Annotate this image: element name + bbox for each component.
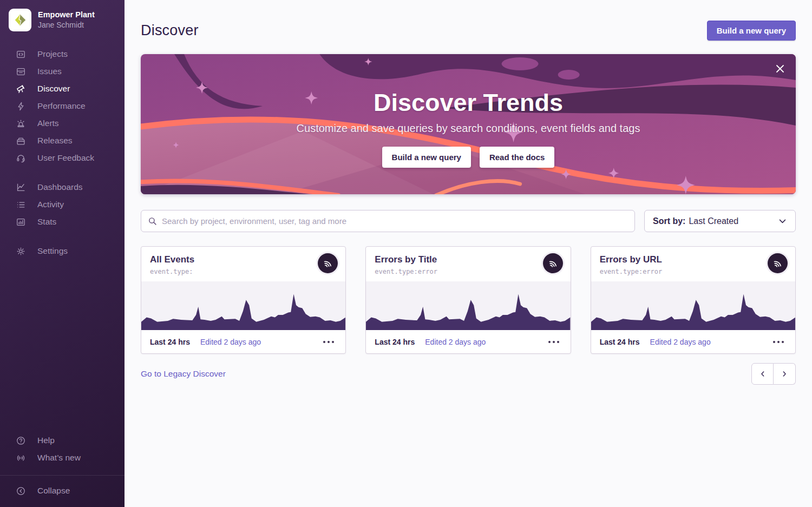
sidebar-item-label: Settings xyxy=(37,246,68,256)
sidebar-collapse-button[interactable]: Collapse xyxy=(0,482,125,499)
issues-icon xyxy=(15,66,26,77)
sidebar-item-label: Stats xyxy=(37,217,56,227)
sidebar-item-discover[interactable]: Discover xyxy=(0,80,125,97)
user-name: Jane Schmidt xyxy=(38,20,95,30)
sidebar-item-label: Discover xyxy=(37,84,70,94)
card-query: event.type: xyxy=(150,268,337,275)
close-icon xyxy=(775,63,785,74)
org-switcher[interactable]: Empower Plant Jane Schmidt xyxy=(0,9,125,31)
releases-icon xyxy=(15,135,26,146)
sidebar-item-settings[interactable]: Settings xyxy=(0,242,125,260)
sidebar-item-projects[interactable]: Projects xyxy=(0,45,125,63)
sidebar-item-dashboards[interactable]: Dashboards xyxy=(0,179,125,196)
alerts-icon xyxy=(15,118,26,129)
org-avatar xyxy=(9,9,31,31)
card-edited: Edited 2 days ago xyxy=(425,338,486,346)
sidebar-item-help[interactable]: Help xyxy=(0,432,125,449)
card-title: All Events xyxy=(150,254,337,265)
empower-plant-logo-icon xyxy=(13,13,27,27)
card-timeframe: Last 24 hrs xyxy=(375,338,415,346)
card-query: event.type:error xyxy=(600,268,787,275)
sidebar-item-label: Dashboards xyxy=(37,182,83,192)
ellipsis-icon xyxy=(772,340,784,344)
query-card-all-events[interactable]: All Events event.type: Last 24 hrs xyxy=(141,246,346,354)
discover-icon xyxy=(15,83,26,94)
discover-trends-banner: Discover Trends Customize and save queri… xyxy=(141,54,796,194)
collapse-chevron-icon xyxy=(15,485,26,496)
chevron-right-icon xyxy=(780,370,789,378)
page-title: Discover xyxy=(141,22,199,39)
sidebar-item-label: Projects xyxy=(37,49,68,59)
pagination xyxy=(751,363,796,385)
pagination-next-button[interactable] xyxy=(774,363,796,385)
sidebar-item-performance[interactable]: Performance xyxy=(0,97,125,115)
banner-build-query-button[interactable]: Build a new query xyxy=(382,147,471,168)
broadcast-icon xyxy=(15,452,26,463)
build-new-query-button[interactable]: Build a new query xyxy=(707,21,796,41)
sidebar-item-label: User Feedback xyxy=(37,153,94,163)
sidebar-item-label: Alerts xyxy=(37,118,59,128)
chevron-left-icon xyxy=(758,370,767,378)
sidebar-item-issues[interactable]: Issues xyxy=(0,63,125,80)
user-feedback-icon xyxy=(15,153,26,163)
banner-subtitle: Customize and save queries by search con… xyxy=(297,122,640,135)
card-title: Errors by Title xyxy=(375,254,561,265)
search-box xyxy=(141,210,635,232)
stats-icon xyxy=(15,216,26,227)
search-input[interactable] xyxy=(141,210,635,232)
sparkline-chart xyxy=(591,281,795,330)
creator-avatar xyxy=(768,253,788,273)
sidebar: Empower Plant Jane Schmidt Projects Issu… xyxy=(0,0,125,507)
activity-icon xyxy=(15,199,26,210)
sidebar-item-label: Help xyxy=(37,436,55,445)
chevron-down-icon xyxy=(778,216,787,226)
sidebar-item-stats[interactable]: Stats xyxy=(0,213,125,231)
sidebar-secondary-nav: Dashboards Activity Stats xyxy=(0,179,125,231)
sentry-logo-icon xyxy=(547,258,559,269)
card-query: event.type:error xyxy=(375,268,561,275)
banner-close-button[interactable] xyxy=(772,61,788,77)
card-title: Errors by URL xyxy=(600,254,787,265)
org-name: Empower Plant xyxy=(38,10,95,21)
sentry-logo-icon xyxy=(322,258,333,269)
search-icon xyxy=(148,216,157,226)
sparkline-chart xyxy=(141,281,345,330)
sidebar-item-whats-new[interactable]: What’s new xyxy=(0,449,125,466)
banner-title: Discover Trends xyxy=(374,89,563,117)
card-edited: Edited 2 days ago xyxy=(650,338,711,346)
card-edited: Edited 2 days ago xyxy=(200,338,261,346)
org-identity: Empower Plant Jane Schmidt xyxy=(38,10,95,30)
sidebar-item-user-feedback[interactable]: User Feedback xyxy=(0,149,125,167)
sidebar-item-label: Performance xyxy=(37,101,86,111)
saved-query-cards: All Events event.type: Last 24 hrs xyxy=(141,246,796,354)
legacy-discover-link[interactable]: Go to Legacy Discover xyxy=(141,369,226,379)
sort-value: Last Created xyxy=(689,216,738,226)
ellipsis-icon xyxy=(548,340,560,344)
sidebar-item-label: Activity xyxy=(37,200,64,209)
sidebar-item-activity[interactable]: Activity xyxy=(0,196,125,213)
ellipsis-icon xyxy=(323,340,335,344)
sort-dropdown[interactable]: Sort by: Last Created xyxy=(644,210,796,232)
banner-read-docs-button[interactable]: Read the docs xyxy=(480,147,555,168)
sidebar-settings-nav: Settings xyxy=(0,242,125,260)
sidebar-item-releases[interactable]: Releases xyxy=(0,132,125,149)
gear-icon xyxy=(15,246,26,256)
pagination-prev-button[interactable] xyxy=(751,363,774,385)
card-overflow-menu-button[interactable] xyxy=(546,338,562,346)
sidebar-item-label: Collapse xyxy=(37,486,70,496)
projects-icon xyxy=(15,49,26,60)
sidebar-primary-nav: Projects Issues Discover xyxy=(0,45,125,167)
card-timeframe: Last 24 hrs xyxy=(600,338,640,346)
query-card-errors-by-title[interactable]: Errors by Title event.type:error Las xyxy=(365,246,571,354)
query-card-errors-by-url[interactable]: Errors by URL event.type:error Last xyxy=(591,246,796,354)
card-overflow-menu-button[interactable] xyxy=(320,338,337,346)
sidebar-item-label: Issues xyxy=(37,67,62,76)
sentry-logo-icon xyxy=(772,258,783,269)
sidebar-item-label: Releases xyxy=(37,136,73,146)
creator-avatar xyxy=(543,253,563,273)
card-overflow-menu-button[interactable] xyxy=(770,338,787,346)
sidebar-item-alerts[interactable]: Alerts xyxy=(0,115,125,132)
card-timeframe: Last 24 hrs xyxy=(150,338,190,346)
sort-label: Sort by: xyxy=(653,216,685,226)
performance-icon xyxy=(15,101,26,111)
